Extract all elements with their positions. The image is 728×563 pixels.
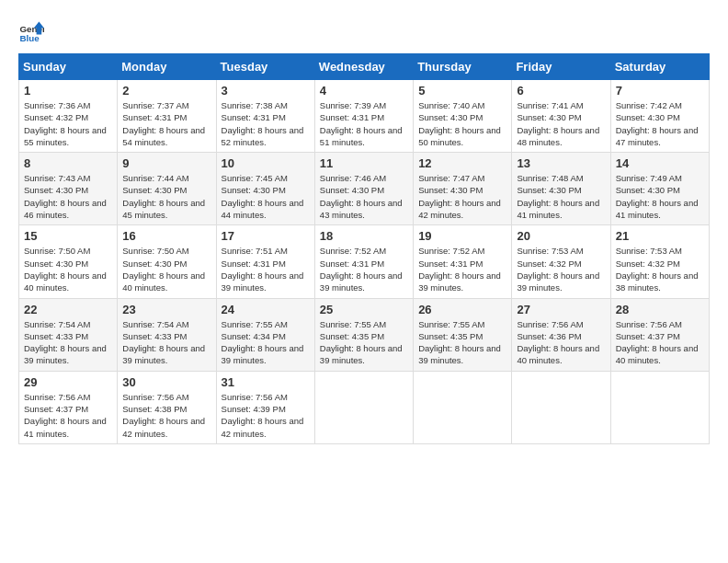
day-cell: 1 Sunrise: 7:36 AM Sunset: 4:32 PM Dayli… xyxy=(19,80,118,153)
day-cell: 14 Sunrise: 7:49 AM Sunset: 4:30 PM Dayl… xyxy=(610,153,709,225)
week-row-5: 29 Sunrise: 7:56 AM Sunset: 4:37 PM Dayl… xyxy=(19,371,710,443)
day-number: 26 xyxy=(418,303,506,316)
day-info: Sunrise: 7:55 AM Sunset: 4:34 PM Dayligh… xyxy=(222,318,310,367)
day-number: 27 xyxy=(517,303,605,316)
day-info: Sunrise: 7:56 AM Sunset: 4:37 PM Dayligh… xyxy=(616,318,704,367)
day-cell: 31 Sunrise: 7:56 AM Sunset: 4:39 PM Dayl… xyxy=(216,371,314,443)
day-cell: 29 Sunrise: 7:56 AM Sunset: 4:37 PM Dayl… xyxy=(19,371,118,443)
day-cell xyxy=(610,371,709,443)
day-info: Sunrise: 7:51 AM Sunset: 4:31 PM Dayligh… xyxy=(222,245,310,293)
day-info: Sunrise: 7:40 AM Sunset: 4:30 PM Dayligh… xyxy=(418,99,506,148)
day-cell: 24 Sunrise: 7:55 AM Sunset: 4:34 PM Dayl… xyxy=(216,298,314,371)
day-info: Sunrise: 7:54 AM Sunset: 4:33 PM Dayligh… xyxy=(24,318,112,367)
day-cell: 21 Sunrise: 7:53 AM Sunset: 4:32 PM Dayl… xyxy=(610,225,709,298)
day-cell: 18 Sunrise: 7:52 AM Sunset: 4:31 PM Dayl… xyxy=(314,225,413,298)
day-info: Sunrise: 7:49 AM Sunset: 4:30 PM Dayligh… xyxy=(616,172,704,221)
day-info: Sunrise: 7:50 AM Sunset: 4:30 PM Dayligh… xyxy=(24,245,112,293)
calendar-table: SundayMondayTuesdayWednesdayThursdayFrid… xyxy=(18,53,710,444)
day-number: 1 xyxy=(24,84,112,98)
day-info: Sunrise: 7:47 AM Sunset: 4:30 PM Dayligh… xyxy=(418,172,506,221)
day-number: 7 xyxy=(616,84,704,98)
day-cell: 17 Sunrise: 7:51 AM Sunset: 4:31 PM Dayl… xyxy=(216,225,314,298)
day-number: 23 xyxy=(122,303,210,316)
day-info: Sunrise: 7:56 AM Sunset: 4:38 PM Dayligh… xyxy=(122,391,210,440)
day-cell xyxy=(414,371,512,443)
day-info: Sunrise: 7:48 AM Sunset: 4:30 PM Dayligh… xyxy=(517,172,605,221)
day-number: 13 xyxy=(517,156,605,170)
day-cell: 10 Sunrise: 7:45 AM Sunset: 4:30 PM Dayl… xyxy=(216,153,314,225)
day-cell: 5 Sunrise: 7:40 AM Sunset: 4:30 PM Dayli… xyxy=(414,80,512,153)
day-cell: 4 Sunrise: 7:39 AM Sunset: 4:31 PM Dayli… xyxy=(314,80,413,153)
day-info: Sunrise: 7:55 AM Sunset: 4:35 PM Dayligh… xyxy=(418,318,506,367)
day-info: Sunrise: 7:43 AM Sunset: 4:30 PM Dayligh… xyxy=(24,172,112,221)
day-number: 19 xyxy=(418,229,506,243)
logo-icon: General Blue xyxy=(18,18,44,44)
day-cell: 12 Sunrise: 7:47 AM Sunset: 4:30 PM Dayl… xyxy=(414,153,512,225)
day-number: 24 xyxy=(222,303,310,316)
day-cell: 20 Sunrise: 7:53 AM Sunset: 4:32 PM Dayl… xyxy=(512,225,610,298)
day-cell: 7 Sunrise: 7:42 AM Sunset: 4:30 PM Dayli… xyxy=(610,80,709,153)
day-cell: 27 Sunrise: 7:56 AM Sunset: 4:36 PM Dayl… xyxy=(512,298,610,371)
day-cell: 6 Sunrise: 7:41 AM Sunset: 4:30 PM Dayli… xyxy=(512,80,610,153)
day-cell: 23 Sunrise: 7:54 AM Sunset: 4:33 PM Dayl… xyxy=(118,298,216,371)
day-info: Sunrise: 7:56 AM Sunset: 4:37 PM Dayligh… xyxy=(24,391,112,440)
week-row-2: 8 Sunrise: 7:43 AM Sunset: 4:30 PM Dayli… xyxy=(19,153,710,225)
header-sunday: Sunday xyxy=(19,54,118,80)
header-friday: Friday xyxy=(512,54,610,80)
day-cell: 25 Sunrise: 7:55 AM Sunset: 4:35 PM Dayl… xyxy=(314,298,413,371)
day-info: Sunrise: 7:56 AM Sunset: 4:39 PM Dayligh… xyxy=(222,391,310,440)
header-thursday: Thursday xyxy=(414,54,512,80)
day-info: Sunrise: 7:55 AM Sunset: 4:35 PM Dayligh… xyxy=(320,318,408,367)
day-info: Sunrise: 7:36 AM Sunset: 4:32 PM Dayligh… xyxy=(24,99,112,148)
day-info: Sunrise: 7:53 AM Sunset: 4:32 PM Dayligh… xyxy=(616,245,704,293)
day-info: Sunrise: 7:56 AM Sunset: 4:36 PM Dayligh… xyxy=(517,318,605,367)
day-info: Sunrise: 7:46 AM Sunset: 4:30 PM Dayligh… xyxy=(320,172,408,221)
day-number: 21 xyxy=(616,229,704,243)
day-cell: 13 Sunrise: 7:48 AM Sunset: 4:30 PM Dayl… xyxy=(512,153,610,225)
day-cell: 11 Sunrise: 7:46 AM Sunset: 4:30 PM Dayl… xyxy=(314,153,413,225)
day-info: Sunrise: 7:52 AM Sunset: 4:31 PM Dayligh… xyxy=(418,245,506,293)
logo: General Blue xyxy=(18,18,44,44)
day-info: Sunrise: 7:50 AM Sunset: 4:30 PM Dayligh… xyxy=(122,245,210,293)
day-cell: 2 Sunrise: 7:37 AM Sunset: 4:31 PM Dayli… xyxy=(118,80,216,153)
day-cell: 16 Sunrise: 7:50 AM Sunset: 4:30 PM Dayl… xyxy=(118,225,216,298)
day-number: 11 xyxy=(320,156,408,170)
week-row-1: 1 Sunrise: 7:36 AM Sunset: 4:32 PM Dayli… xyxy=(19,80,710,153)
day-info: Sunrise: 7:38 AM Sunset: 4:31 PM Dayligh… xyxy=(222,99,310,148)
day-info: Sunrise: 7:53 AM Sunset: 4:32 PM Dayligh… xyxy=(517,245,605,293)
day-number: 8 xyxy=(24,156,112,170)
day-number: 9 xyxy=(122,156,210,170)
day-number: 18 xyxy=(320,229,408,243)
day-number: 2 xyxy=(122,84,210,98)
day-info: Sunrise: 7:45 AM Sunset: 4:30 PM Dayligh… xyxy=(222,172,310,221)
day-cell: 19 Sunrise: 7:52 AM Sunset: 4:31 PM Dayl… xyxy=(414,225,512,298)
day-number: 25 xyxy=(320,303,408,316)
day-info: Sunrise: 7:52 AM Sunset: 4:31 PM Dayligh… xyxy=(320,245,408,293)
day-number: 29 xyxy=(24,375,112,389)
day-cell: 3 Sunrise: 7:38 AM Sunset: 4:31 PM Dayli… xyxy=(216,80,314,153)
day-number: 30 xyxy=(122,375,210,389)
day-cell xyxy=(314,371,413,443)
day-number: 6 xyxy=(517,84,605,98)
day-info: Sunrise: 7:37 AM Sunset: 4:31 PM Dayligh… xyxy=(122,99,210,148)
day-number: 16 xyxy=(122,229,210,243)
day-cell xyxy=(512,371,610,443)
day-cell: 26 Sunrise: 7:55 AM Sunset: 4:35 PM Dayl… xyxy=(414,298,512,371)
day-number: 5 xyxy=(418,84,506,98)
day-info: Sunrise: 7:41 AM Sunset: 4:30 PM Dayligh… xyxy=(517,99,605,148)
day-number: 28 xyxy=(616,303,704,316)
header-wednesday: Wednesday xyxy=(314,54,413,80)
day-cell: 22 Sunrise: 7:54 AM Sunset: 4:33 PM Dayl… xyxy=(19,298,118,371)
day-number: 3 xyxy=(222,84,310,98)
calendar-header-row: SundayMondayTuesdayWednesdayThursdayFrid… xyxy=(19,54,710,80)
page-header: General Blue xyxy=(18,18,710,44)
day-cell: 28 Sunrise: 7:56 AM Sunset: 4:37 PM Dayl… xyxy=(610,298,709,371)
day-number: 20 xyxy=(517,229,605,243)
day-info: Sunrise: 7:54 AM Sunset: 4:33 PM Dayligh… xyxy=(122,318,210,367)
day-cell: 30 Sunrise: 7:56 AM Sunset: 4:38 PM Dayl… xyxy=(118,371,216,443)
header-saturday: Saturday xyxy=(610,54,709,80)
day-cell: 8 Sunrise: 7:43 AM Sunset: 4:30 PM Dayli… xyxy=(19,153,118,225)
week-row-4: 22 Sunrise: 7:54 AM Sunset: 4:33 PM Dayl… xyxy=(19,298,710,371)
day-number: 17 xyxy=(222,229,310,243)
header-tuesday: Tuesday xyxy=(216,54,314,80)
